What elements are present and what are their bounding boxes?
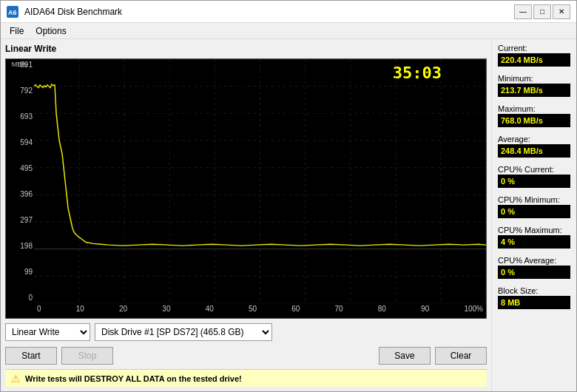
x-label-90: 90 [421,305,429,317]
y-label-792: 792 [7,87,33,95]
warning-text: Write tests will DESTROY ALL DATA on the… [25,374,242,383]
title-controls: — □ ✕ [514,4,570,19]
block-size-value: 8 MB [498,296,570,309]
cpu-current-value: 0 % [498,175,570,188]
minimum-label: Minimum: [498,74,570,83]
app-icon: A6 [7,6,18,18]
y-axis: 0 99 198 297 396 495 594 693 792 891 [6,59,34,303]
average-label: Average: [498,135,570,143]
title-bar-left: A6 AIDA64 Disk Benchmark [7,6,122,18]
x-label-60: 60 [291,305,300,317]
y-label-297: 297 [7,216,33,224]
cpu-minimum-value: 0 % [498,205,570,218]
warning-bar: ⚠ Write tests will DESTROY ALL DATA on t… [5,369,487,387]
maximum-label: Maximum: [498,104,570,113]
x-label-0: 0 [37,305,41,317]
y-label-0: 0 [7,294,33,302]
x-label-50: 50 [249,305,257,317]
y-label-891: 891 [7,61,33,69]
content-area: Linear Write MB/s 0 99 198 297 396 495 5… [1,39,576,391]
minimum-value: 213.7 MB/s [498,84,570,97]
stat-block-size: Block Size: 8 MB [498,286,570,312]
cpu-average-value: 0 % [498,266,570,279]
y-label-396: 396 [7,190,33,198]
controls-row: Linear Write Linear Read Random Write Ra… [5,322,487,342]
current-label: Current: [498,44,570,53]
stat-cpu-average: CPU% Average: 0 % [498,256,570,282]
x-label-10: 10 [76,305,84,317]
stat-maximum: Maximum: 768.0 MB/s [498,104,570,130]
y-label-594: 594 [7,138,33,146]
main-window: A6 AIDA64 Disk Benchmark — □ ✕ File Opti… [0,0,577,392]
y-label-693: 693 [7,112,33,121]
current-value: 220.4 MB/s [498,53,570,67]
cpu-maximum-label: CPU% Maximum: [498,226,570,234]
disk-dropdown[interactable]: Disk Drive #1 [SP DS72] (465.8 GB) [95,323,272,341]
cpu-maximum-value: 4 % [498,235,570,249]
y-label-495: 495 [7,164,33,172]
close-button[interactable]: ✕ [553,4,570,19]
chart-title: Linear Write [5,44,487,54]
sidebar: Current: 220.4 MB/s Minimum: 213.7 MB/s … [491,39,576,391]
stat-minimum: Minimum: 213.7 MB/s [498,74,570,100]
x-label-80: 80 [378,305,386,317]
x-label-30: 30 [162,305,170,317]
menu-bar: File Options [1,23,576,39]
stat-cpu-maximum: CPU% Maximum: 4 % [498,226,570,251]
x-label-70: 70 [335,305,343,317]
stat-cpu-current: CPU% Current: 0 % [498,165,570,191]
minimize-button[interactable]: — [514,4,532,19]
cpu-minimum-label: CPU% Minimum: [498,195,570,204]
maximum-value: 768.0 MB/s [498,114,570,127]
title-bar: A6 AIDA64 Disk Benchmark — □ ✕ [1,1,576,23]
stop-button[interactable]: Stop [61,347,113,365]
cpu-average-label: CPU% Average: [498,256,570,265]
menu-options[interactable]: Options [30,24,72,38]
start-button[interactable]: Start [5,347,57,365]
maximize-button[interactable]: □ [533,4,551,19]
main-area: Linear Write MB/s 0 99 198 297 396 495 5… [1,39,491,391]
x-axis: 0 10 20 30 40 50 60 70 80 90 100% [34,303,486,318]
average-value: 248.4 MB/s [498,144,570,158]
window-title: AIDA64 Disk Benchmark [24,7,122,17]
chart-container: MB/s 0 99 198 297 396 495 594 693 792 89… [5,58,487,319]
stat-current: Current: 220.4 MB/s [498,44,570,70]
y-label-198: 198 [7,242,33,250]
save-button[interactable]: Save [379,347,431,365]
mode-dropdown[interactable]: Linear Write Linear Read Random Write Ra… [5,323,90,341]
block-size-label: Block Size: [498,286,570,295]
x-label-40: 40 [206,305,214,317]
svg-text:A6: A6 [8,9,17,16]
warning-icon: ⚠ [11,373,21,385]
stat-cpu-minimum: CPU% Minimum: 0 % [498,195,570,221]
chart-plot [34,59,486,303]
buttons-row: Start Stop Save Clear [5,345,487,366]
chart-svg [34,59,486,303]
clear-button[interactable]: Clear [435,347,487,365]
stat-average: Average: 248.4 MB/s [498,135,570,160]
x-label-20: 20 [119,305,127,317]
y-label-99: 99 [7,268,33,276]
cpu-current-label: CPU% Current: [498,165,570,174]
x-label-100: 100% [464,305,483,317]
menu-file[interactable]: File [4,24,30,38]
